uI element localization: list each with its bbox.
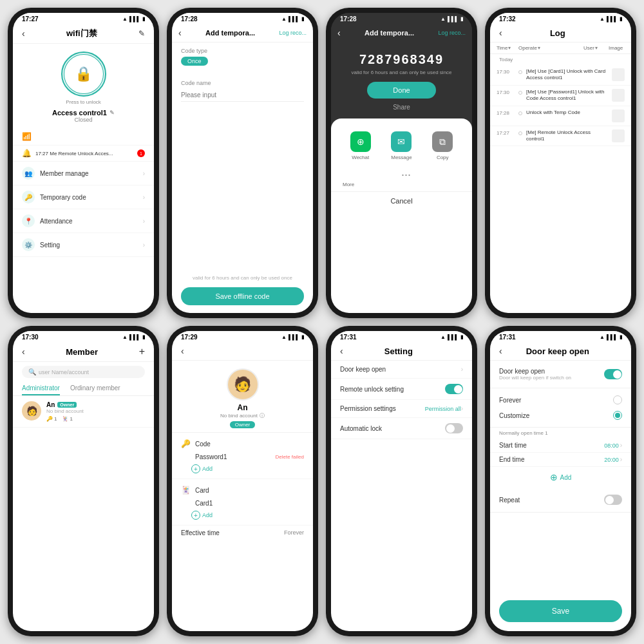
effective-value: Forever [284,529,304,536]
done-button[interactable]: Done [367,82,435,99]
save-offline-code-button[interactable]: Save offline code [181,287,304,305]
copy-share-item[interactable]: ⧉ Copy [432,131,453,160]
add-code-button[interactable]: + Add [181,463,304,475]
auto-lock-label: Automatic lock [340,425,445,432]
log-tab-link[interactable]: Log reco... [279,30,307,36]
menu-item-setting[interactable]: ⚙️ Setting › [13,233,154,257]
member-name-row: An Owner [46,401,145,408]
menu-item-member[interactable]: 👥 Member manage › [13,162,154,185]
member-card[interactable]: 🧑 An Owner No bind account 🔑 1 🃏 [13,396,154,428]
remote-unlock-toggle[interactable] [445,384,463,394]
door-keep-open-label: Door keep open [499,368,600,375]
customize-label: Customize [499,412,609,419]
p3-log-tab[interactable]: Log reco... [438,30,466,36]
forever-label: Forever [499,397,609,404]
add-time-button[interactable]: ⊕ Add [490,467,631,488]
log-time-1: 17:30 [497,90,515,95]
search-icon: 🔍 [28,368,36,375]
notification-bar[interactable]: 🔔 17:27 Me Remote Unlock Acces... 1 [13,146,154,162]
battery-icon-8: ▮ [620,334,622,340]
temp-code-display: 7287968349 [359,52,444,67]
wifi-status-icon: ▲ [122,16,128,22]
time-4: 17:32 [499,15,516,23]
detail-member-name: An [238,403,248,412]
signal-icon-8: ▌▌▌ [607,334,618,340]
log-dot-1 [518,91,522,95]
door-keep-open-row[interactable]: Door keep open › [331,361,472,379]
remote-unlock-label: Remote unlock setting [340,386,445,393]
automatic-lock-row[interactable]: Automatic lock [331,418,472,439]
phone-6: 17:29 ▲ ▌▌▌ ▮ ‹ 🧑 An No bind account ⓘ O… [167,326,318,636]
more-label[interactable]: More [340,182,463,187]
code-name-section: Code name [172,75,313,107]
door-keep-toggle[interactable] [604,369,622,379]
p3-title: Add tempora... [341,29,439,37]
customize-row[interactable]: Customize [499,408,622,423]
time-1: 17:27 [22,15,39,23]
cancel-button[interactable]: Cancel [331,191,472,210]
menu-member-label: Member manage [40,170,138,177]
phone-8: 17:31 ▲ ▌▌▌ ▮ ‹ Door keep open Door keep… [485,326,636,636]
remote-unlock-row[interactable]: Remote unlock setting [331,379,472,400]
search-placeholder: user Name/account [39,369,89,375]
wechat-share-item[interactable]: ⊕ Wechat [350,131,371,160]
once-badge[interactable]: Once [181,57,208,66]
info-icon: ⓘ [260,412,265,419]
menu-setting-label: Setting [40,242,138,249]
save-button[interactable]: Save [499,600,622,622]
forever-row[interactable]: Forever [499,392,622,408]
chevron-right-icon-4: › [143,242,145,249]
device-edit-icon[interactable]: ✎ [109,109,115,116]
permission-settings-row[interactable]: Permission settings Permission all › [331,400,472,418]
repeat-toggle[interactable] [604,495,622,505]
log-img-1 [612,89,625,102]
add-member-icon[interactable]: + [139,346,145,357]
menu-item-attendance[interactable]: 📍 Attendance › [13,209,154,233]
card-row-label: Card [195,487,304,494]
log-desc-2: Unlock with Temp Code [526,109,608,116]
code-name-label: Code name [181,80,304,86]
door-keep-row: Door keep open Door will keep open if sw… [499,365,622,384]
member-header: ‹ Member + [13,342,154,362]
setting-title: Setting [343,346,454,356]
end-time-row[interactable]: End time 20:00 › [490,453,631,467]
phone-2: 17:28 ▲ ▌▌▌ ▮ ‹ Add tempora... Log reco.… [167,8,318,318]
search-bar[interactable]: 🔍 user Name/account [22,366,145,378]
end-time-value: 20:00 [604,457,619,463]
tab-ordinary[interactable]: Ordinary member [70,382,120,395]
lock-circle[interactable]: 🔒 [61,52,106,97]
chevron-right-icon-2: › [143,194,145,201]
wifi-status-icon-5: ▲ [122,334,128,340]
owner-badge: Owner [57,402,77,408]
status-bar-2: 17:28 ▲ ▌▌▌ ▮ [172,13,313,24]
member-account: No bind account [46,408,145,414]
code-name-input[interactable] [181,89,304,102]
delete-failed-text: Delete failed [276,454,304,460]
customize-radio[interactable] [613,411,622,420]
tab-administrator[interactable]: Administrator [22,382,60,395]
status-bar-1: 17:27 ▲ ▌▌▌ ▮ [13,13,154,24]
back-arrow-icon[interactable]: ‹ [22,28,25,39]
owner-tag: Owner [230,421,256,428]
forever-radio[interactable] [613,395,622,404]
detail-header: ‹ [172,342,313,361]
auto-lock-toggle[interactable] [445,423,463,433]
start-time-row[interactable]: Start time 08:00 › [490,439,631,453]
signal-icon-6: ▌▌▌ [289,334,299,340]
card-count: 🃏 1 [62,416,72,422]
col-time: Time ▾ [497,45,516,51]
edit-icon[interactable]: ✎ [138,29,145,38]
menu-item-tempcode[interactable]: 🔑 Temporary code › [13,185,154,209]
message-share-item[interactable]: ✉ Message [391,131,412,160]
add-card-button[interactable]: + Add [181,509,304,521]
log-title: Log [502,28,613,38]
notification-text: 17:27 Me Remote Unlock Acces... [35,151,133,156]
add-card-circle-icon: + [191,511,200,520]
code-section: 🔑 Code Password1 Delete failed + Add [172,433,313,479]
time-6: 17:29 [181,334,198,341]
back-arrow-6[interactable]: ‹ [181,346,184,356]
wechat-icon: ⊕ [350,131,371,152]
valid-note: valid for 6 hours and can only be used o… [172,271,313,285]
key-icon-sm: 🔑 [46,416,53,422]
time-5: 17:30 [22,334,39,341]
